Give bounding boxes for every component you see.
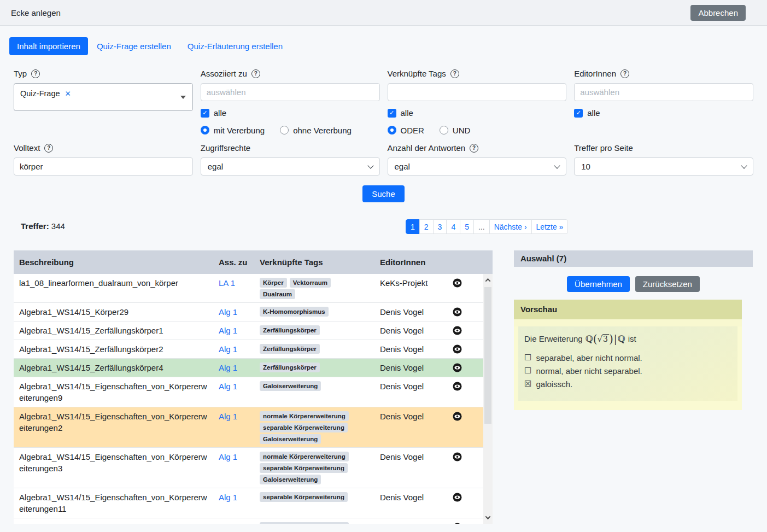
zugriffsrechte-select[interactable]: egal xyxy=(201,157,380,176)
table-row[interactable]: Algebra1_WS14/15_Zerfällungskörper1Alg 1… xyxy=(14,321,493,340)
zugriffsrechte-label: Zugriffsrechte xyxy=(201,143,250,153)
assoziiert-alle-checkbox[interactable] xyxy=(201,109,209,118)
tab-inhalt-importieren[interactable]: Inhalt importieren xyxy=(9,37,88,55)
und-radio[interactable] xyxy=(440,126,448,135)
row-description: Algebra1_WS14/15_Körper29 xyxy=(19,306,213,318)
reset-button[interactable]: Zurücksetzen xyxy=(635,276,700,292)
row-tags: Zerfällungskörper xyxy=(254,325,372,335)
preview-icon[interactable] xyxy=(453,326,462,335)
table-row[interactable]: Algebra1_WS14/15_Körper29Alg 1K-Homomorp… xyxy=(14,303,493,321)
pagination-page[interactable]: 5 xyxy=(460,219,474,234)
pagination-page[interactable]: 3 xyxy=(433,219,447,234)
table-row[interactable]: Algebra1_WS14/15_Zerfällungskörper2Alg 1… xyxy=(14,340,493,359)
ohne-vererbung-radio[interactable] xyxy=(280,126,289,135)
row-description: Algebra1_WS14/15_Zerfällungskörper2 xyxy=(19,343,213,355)
tag-badge: Körper xyxy=(260,278,287,288)
row-description: Algebra1_WS14/15_Zerfällungskörper1 xyxy=(19,325,213,336)
table-row[interactable]: Algebra1_WS14/15_Eigenschaften_von_Körpe… xyxy=(14,448,493,488)
tag-badge: separable Körperweiterung xyxy=(260,463,348,473)
row-description: Algebra1_WS14/15_Eigenschaften_von_Körpe… xyxy=(19,522,213,524)
scrollbar-thumb[interactable] xyxy=(484,287,491,424)
assoc-link[interactable]: Alg 1 xyxy=(219,523,237,524)
filter-zugriffsrechte: Zugriffsrechte egal xyxy=(201,143,380,176)
tags-alle-label: alle xyxy=(401,108,413,118)
table-row[interactable]: Algebra1_WS14/15_Eigenschaften_von_Körpe… xyxy=(14,377,493,407)
cancel-button[interactable]: Abbrechen xyxy=(690,5,746,21)
preview-icon[interactable] xyxy=(453,344,462,354)
preview-icon[interactable] xyxy=(453,493,462,502)
tags-input[interactable] xyxy=(388,83,567,101)
oder-radio[interactable] xyxy=(388,126,396,135)
preview-icon[interactable] xyxy=(453,363,462,372)
tag-badge: Zerfällungskörper xyxy=(260,363,320,372)
assoc-link[interactable]: Alg 1 xyxy=(219,326,237,335)
row-tags: Galoiserweiterung xyxy=(254,381,372,391)
assoziiert-help-icon[interactable]: ? xyxy=(251,69,260,78)
filter-volltext: Volltext ? xyxy=(14,143,193,176)
table-scrollbar[interactable] xyxy=(483,274,493,524)
filter-treffer-pro-seite: Treffer pro Seite 10 xyxy=(574,143,753,176)
assoc-link[interactable]: Alg 1 xyxy=(219,344,237,354)
antworten-label: Anzahl der Antworten xyxy=(388,143,466,153)
volltext-input[interactable] xyxy=(14,157,193,176)
table-row[interactable]: la1_08_linearformen_dualraum_von_körperL… xyxy=(14,274,493,303)
preview-icon[interactable] xyxy=(453,382,462,391)
assoc-link[interactable]: Alg 1 xyxy=(219,452,237,461)
tab-quiz-erlaeuterung-erstellen[interactable]: Quiz-Erläuterung erstellen xyxy=(180,37,290,55)
chip-remove-icon[interactable]: ✕ xyxy=(65,89,71,98)
assoc-link[interactable]: Alg 1 xyxy=(219,307,237,317)
mit-vererbung-radio[interactable] xyxy=(201,126,209,135)
tags-help-icon[interactable]: ? xyxy=(450,69,459,78)
assoc-link[interactable]: Alg 1 xyxy=(219,363,237,372)
assoc-link[interactable]: Alg 1 xyxy=(219,493,237,502)
table-row[interactable]: Algebra1_WS14/15_Eigenschaften_von_Körpe… xyxy=(14,488,493,518)
typ-multiselect[interactable]: Quiz-Frage ✕ xyxy=(14,83,193,111)
table-row[interactable]: Algebra1_WS14/15_Zerfällungskörper4Alg 1… xyxy=(14,359,493,377)
pagination-last[interactable]: Letzte » xyxy=(531,219,569,234)
tag-badge: K-Homomorphismus xyxy=(260,307,329,317)
editors-help-icon[interactable]: ? xyxy=(620,69,629,78)
antworten-help-icon[interactable]: ? xyxy=(470,144,478,153)
pagination-next[interactable]: Nächste › xyxy=(489,219,532,234)
search-button[interactable]: Suche xyxy=(362,185,405,202)
preview-icon[interactable] xyxy=(453,412,462,421)
treffer-pro-seite-select[interactable]: 10 xyxy=(574,157,753,176)
editors-input[interactable] xyxy=(574,83,753,101)
preview-icon[interactable] xyxy=(453,307,462,317)
question-line: Die Erweiterung ℚ(√3)|ℚ ist xyxy=(524,334,731,344)
scroll-up-icon[interactable] xyxy=(483,276,493,285)
apply-button[interactable]: Übernehmen xyxy=(567,276,630,292)
tab-quiz-frage-erstellen[interactable]: Quiz-Frage erstellen xyxy=(89,37,179,55)
preview-icon[interactable] xyxy=(453,523,462,524)
preview-icon[interactable] xyxy=(453,278,462,288)
tag-badge: Zerfällungskörper xyxy=(260,344,320,354)
assoc-link[interactable]: Alg 1 xyxy=(219,412,237,421)
assoc-link[interactable]: LA 1 xyxy=(219,278,235,288)
filter-panel: Typ ? Quiz-Frage ✕ Assoziiert zu ? alle … xyxy=(14,68,753,176)
preview-icon[interactable] xyxy=(453,452,462,461)
row-tags: normale Körpererweiterungseparable Körpe… xyxy=(254,451,372,484)
preview-title: Vorschau xyxy=(514,300,742,319)
assoziiert-input[interactable] xyxy=(201,83,380,101)
results-table: Beschreibung Ass. zu Verknüpfte Tags Edi… xyxy=(14,250,493,524)
editors-alle-checkbox[interactable] xyxy=(574,109,583,118)
pagination-page[interactable]: 4 xyxy=(446,219,460,234)
filter-antworten: Anzahl der Antworten ? egal xyxy=(388,143,567,176)
pagination-page[interactable]: 1 xyxy=(406,219,420,234)
typ-help-icon[interactable]: ? xyxy=(31,69,40,78)
tags-alle-checkbox[interactable] xyxy=(388,109,396,118)
scroll-down-icon[interactable] xyxy=(483,513,493,522)
antworten-select[interactable]: egal xyxy=(388,157,567,176)
volltext-help-icon[interactable]: ? xyxy=(44,144,53,153)
row-tags: KörperVektorraumDualraum xyxy=(254,277,372,299)
table-row[interactable]: Algebra1_WS14/15_Eigenschaften_von_Körpe… xyxy=(14,518,493,524)
row-description: Algebra1_WS14/15_Eigenschaften_von_Körpe… xyxy=(19,411,213,434)
assoc-link[interactable]: Alg 1 xyxy=(219,382,237,391)
checked-checkbox-icon: ☒ xyxy=(524,378,531,390)
table-row[interactable]: Algebra1_WS14/15_Eigenschaften_von_Körpe… xyxy=(14,407,493,448)
pagination-page[interactable]: 2 xyxy=(419,219,434,234)
preview-options: ☐separabel, aber nicht normal.☐normal, a… xyxy=(524,352,731,390)
tag-badge: separable Körperweiterung xyxy=(260,423,348,432)
editors-label: EditorInnen xyxy=(574,69,616,78)
preview-body: Die Erweiterung ℚ(√3)|ℚ ist ☐separabel, … xyxy=(514,326,742,410)
